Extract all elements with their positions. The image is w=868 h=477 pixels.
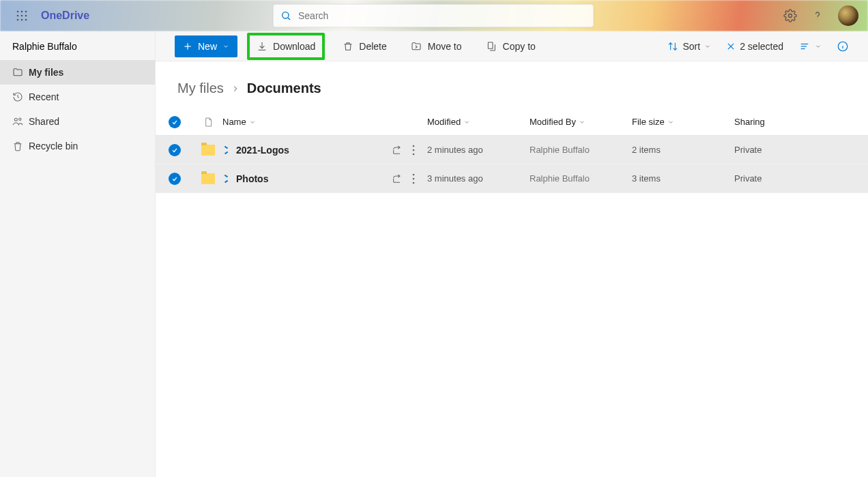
new-button[interactable]: New <box>175 35 237 57</box>
copyto-icon <box>485 41 497 52</box>
copyto-label: Copy to <box>503 41 536 52</box>
svg-point-2 <box>25 11 27 13</box>
item-sharing: Private <box>734 173 816 184</box>
column-modifiedby[interactable]: Modified By <box>530 117 632 127</box>
svg-point-4 <box>21 15 23 17</box>
download-button[interactable]: Download <box>247 33 325 60</box>
folder-icon <box>201 145 215 156</box>
column-size[interactable]: File size <box>632 117 734 127</box>
breadcrumb-current: Documents <box>247 81 321 96</box>
item-size: 3 items <box>632 173 734 184</box>
new-button-label: New <box>198 41 217 52</box>
row-checkbox[interactable] <box>169 144 181 156</box>
item-name[interactable]: Photos <box>222 173 427 184</box>
table-row[interactable]: Photos 3 minutes ago Ralphie Buffalo 3 i… <box>156 164 868 193</box>
row-actions <box>392 173 415 184</box>
svg-point-35 <box>413 182 415 184</box>
row-actions <box>392 145 415 156</box>
item-name[interactable]: 2021-Logos <box>222 145 427 156</box>
sidebar-item-label: Recent <box>29 91 59 102</box>
row-checkbox[interactable] <box>169 173 181 185</box>
folder-icon <box>12 67 29 78</box>
toolbar: New Download Delete Move to Copy to <box>156 31 868 61</box>
sidebar: Ralphie Buffalo My files Recent Shared R… <box>0 31 156 477</box>
chevron-down-icon <box>463 119 470 126</box>
settings-icon[interactable] <box>783 9 797 23</box>
item-modified: 3 minutes ago <box>427 173 530 184</box>
table-header: Name Modified Modified By File size Shar… <box>156 109 868 136</box>
table-row[interactable]: 2021-Logos 2 minutes ago Ralphie Buffalo… <box>156 136 868 164</box>
view-options-button[interactable] <box>798 42 822 51</box>
close-icon <box>726 42 736 51</box>
toolbar-right: Sort 2 selected <box>667 40 849 53</box>
chevron-down-icon <box>249 119 256 126</box>
avatar[interactable] <box>838 5 858 26</box>
chevron-down-icon <box>579 119 585 126</box>
sort-button[interactable]: Sort <box>667 41 711 52</box>
item-name-text: Photos <box>236 173 268 184</box>
svg-point-32 <box>413 153 415 155</box>
sidebar-item-label: Recycle bin <box>29 141 78 151</box>
chevron-right-icon <box>231 84 240 93</box>
sidebar-item-label: Shared <box>29 116 59 127</box>
header: OneDrive <box>0 0 868 31</box>
column-modified[interactable]: Modified <box>427 117 530 127</box>
svg-rect-19 <box>488 42 493 48</box>
item-modifiedby: Ralphie Buffalo <box>530 173 632 184</box>
svg-point-33 <box>413 173 415 175</box>
sidebar-item-shared[interactable]: Shared <box>0 109 155 134</box>
svg-point-6 <box>17 19 19 21</box>
svg-point-5 <box>25 15 27 17</box>
sidebar-user: Ralphie Buffalo <box>0 31 155 60</box>
recent-icon <box>12 91 29 102</box>
svg-point-13 <box>14 118 17 121</box>
sort-label: Sort <box>682 41 700 52</box>
sidebar-item-recyclebin[interactable]: Recycle bin <box>0 134 155 158</box>
item-modifiedby: Ralphie Buffalo <box>530 145 632 155</box>
chevron-down-icon <box>667 119 674 126</box>
main: New Download Delete Move to Copy to <box>156 31 868 477</box>
shared-icon <box>12 116 29 127</box>
details-pane-button[interactable] <box>837 40 849 53</box>
moveto-label: Move to <box>428 41 462 52</box>
download-icon <box>257 41 267 52</box>
app-title[interactable]: OneDrive <box>41 10 89 22</box>
delete-label: Delete <box>359 41 386 52</box>
select-all-checkbox[interactable] <box>169 116 181 128</box>
trash-icon <box>12 141 29 151</box>
sidebar-item-myfiles[interactable]: My files <box>0 60 155 85</box>
sidebar-item-recent[interactable]: Recent <box>0 85 155 109</box>
copyto-button[interactable]: Copy to <box>480 35 541 57</box>
delete-icon <box>343 41 353 52</box>
delete-button[interactable]: Delete <box>337 35 392 57</box>
sync-icon <box>222 146 231 154</box>
header-right <box>783 5 858 26</box>
column-modified-label: Modified <box>427 117 461 127</box>
column-sharing-label: Sharing <box>734 117 765 127</box>
selected-count: 2 selected <box>740 41 783 52</box>
chevron-down-icon <box>704 43 711 50</box>
item-size: 2 items <box>632 145 734 155</box>
column-name[interactable]: Name <box>222 117 427 127</box>
more-icon[interactable] <box>412 145 415 156</box>
share-icon[interactable] <box>392 145 403 156</box>
item-name-text: 2021-Logos <box>236 145 289 156</box>
more-icon[interactable] <box>412 173 415 184</box>
help-icon[interactable] <box>811 9 824 23</box>
svg-point-30 <box>413 145 415 147</box>
app-launcher-icon[interactable] <box>11 5 33 27</box>
share-icon[interactable] <box>392 173 403 184</box>
svg-point-1 <box>21 11 23 13</box>
sort-icon <box>667 41 678 52</box>
column-sharing[interactable]: Sharing <box>734 117 816 127</box>
search-box[interactable] <box>273 4 594 27</box>
svg-point-7 <box>21 19 23 21</box>
moveto-button[interactable]: Move to <box>405 35 467 57</box>
breadcrumb-parent[interactable]: My files <box>177 81 224 96</box>
search-input[interactable] <box>298 10 586 21</box>
file-type-column-icon[interactable] <box>203 117 214 128</box>
search-icon <box>280 10 291 21</box>
clear-selection-button[interactable]: 2 selected <box>726 41 783 52</box>
item-sharing: Private <box>734 145 816 155</box>
svg-line-10 <box>288 18 290 20</box>
